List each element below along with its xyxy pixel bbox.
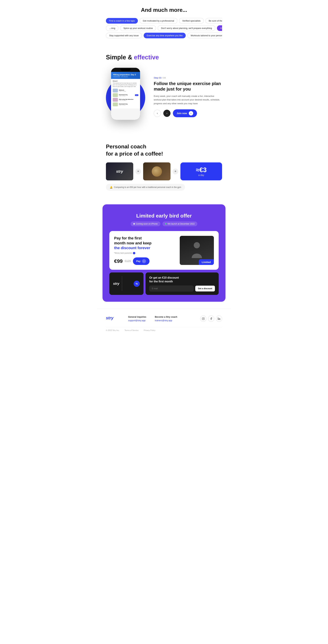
tag-tailored[interactable]: Workouts tailored to your personal prefe… xyxy=(187,33,222,38)
screen-subtitle: 4 Exercises · 35 minutes xyxy=(113,76,138,78)
tag-result[interactable]: Be sure of the result xyxy=(205,18,222,24)
tag-motivated[interactable]: Get motivated by a professional xyxy=(140,18,177,24)
phone-notch xyxy=(120,69,131,71)
gym-image: stry xyxy=(106,162,133,180)
exercise-thumb xyxy=(113,89,118,92)
coach-name: Eduard xyxy=(113,80,138,82)
phone-screen-header: Hiking preparation: Day 3 4 Exercises · … xyxy=(111,72,140,79)
early-bird-title: Limited early bird offer xyxy=(109,213,219,219)
coach-title: Personal coachfor a price of a coffee! xyxy=(106,143,222,157)
launch-badge-date: We launch at December 2022 xyxy=(163,222,197,226)
exercise-info: Downward dog 4 sets · 60 sec xyxy=(119,94,128,96)
tag-verified[interactable]: Verified specialists xyxy=(179,18,204,24)
tag-ning[interactable]: ...ning xyxy=(106,25,118,31)
footer-col-coach-label: Become a Stry coach xyxy=(155,316,177,318)
privacy-policy-link[interactable]: Privacy Policy xyxy=(144,329,155,331)
phone-mockup: Hiking preparation: Day 3 4 Exercises · … xyxy=(111,68,140,120)
pricing-card-heading: Pay for the first month now and keep the… xyxy=(114,236,176,250)
price-result: ≈€3 a day xyxy=(180,162,222,180)
tag-stay-supported[interactable]: Stay supported with any issue xyxy=(106,33,142,38)
footer-col-general-label: General inquiries xyxy=(128,316,146,318)
price-current: €99 xyxy=(114,258,123,264)
tag-row-2: ...ning Spice up your workout routine Do… xyxy=(106,25,222,31)
footer-trainers-email[interactable]: trainers@stry.app xyxy=(155,319,172,322)
exercise-item: Walkouts 4 sets · 12 reps xyxy=(113,89,138,92)
svg-point-3 xyxy=(204,318,204,318)
step-next-button[interactable]: › xyxy=(163,110,170,117)
simple-title: Simple & effective xyxy=(106,54,159,61)
get-discount-button[interactable]: Get a discount xyxy=(195,286,215,292)
launch-badges: Coming soon on iPhone We launch at Decem… xyxy=(109,222,219,226)
step-description: Every week, your coach will manually cre… xyxy=(154,94,222,105)
exercise-info: Side-Lying Hip Abduction 4 sets · 12 rep… xyxy=(119,99,133,101)
price-old: €129 xyxy=(125,260,131,263)
discount-form-heading: Or get an €10 discountfor the first mont… xyxy=(149,276,215,283)
instagram-icon[interactable] xyxy=(200,316,206,322)
launch-badge-iphone: Coming soon on iPhone xyxy=(131,222,161,226)
svg-point-0 xyxy=(194,242,200,248)
phone-screen: Hiking preparation: Day 3 4 Exercises · … xyxy=(111,72,140,120)
price-amount: ≈€3 xyxy=(196,166,206,174)
facebook-icon[interactable] xyxy=(208,316,214,322)
apple-dot xyxy=(133,223,135,224)
simple-section: Simple & effective Hiking preparation: D… xyxy=(97,44,231,134)
ex-detail: 4 sets · 12 reps xyxy=(119,100,133,101)
equals-icon-2: = xyxy=(172,168,178,174)
footer: stry General inquiries support@stry.app … xyxy=(97,308,231,335)
discount-form: Or get an €10 discountfor the first mont… xyxy=(146,272,219,295)
tag-planning[interactable]: Don't worry about planning, we'll prepar… xyxy=(158,25,215,31)
tag-exercise-anytime[interactable]: Exercise any time anywhere you like xyxy=(144,33,186,38)
step-label: Step 03 / 04 xyxy=(154,76,222,79)
tag-find-coach[interactable]: Find a coach in a few taps xyxy=(106,18,138,24)
discount-input-row: Get a discount xyxy=(149,286,215,292)
discount-row: stry % Or get an €10 discountfor the fir… xyxy=(109,272,219,295)
green-dot xyxy=(165,223,166,224)
ex-new-badge: New xyxy=(135,94,138,96)
info-icon: i xyxy=(133,252,135,254)
ex-name: Side-Lying Hip Abduction xyxy=(119,99,133,100)
footer-main: stry General inquiries support@stry.app … xyxy=(106,316,222,322)
step-controls: ‹ › Join now › xyxy=(154,109,222,117)
coffee-swirl-icon xyxy=(152,166,162,176)
screen-title: Hiking preparation: Day 3 xyxy=(113,74,138,76)
ex-name: Downward dog xyxy=(119,103,128,104)
tag-always-know[interactable]: Always know exactly what to do xyxy=(217,25,222,31)
pricing-card: Pay for the first month now and keep the… xyxy=(109,231,219,270)
step-heading: Follow the unique exercise plan made jus… xyxy=(154,81,222,92)
stry-promo: stry % xyxy=(109,272,144,295)
phone-screen-body: Eduard This workout will not only help y… xyxy=(111,79,140,108)
phone-mockup-wrapper: Hiking preparation: Day 3 4 Exercises · … xyxy=(106,68,145,126)
svg-point-2 xyxy=(203,318,204,319)
price-pay-row: €99 €129 Pay › xyxy=(114,258,176,265)
footer-col-coach: Become a Stry coach trainers@stry.app xyxy=(155,316,177,322)
exercise-thumb xyxy=(113,102,118,106)
top-section: And much more... Find a coach in a few t… xyxy=(97,0,231,44)
exercise-info: Walkouts 4 sets · 12 reps xyxy=(119,90,126,92)
tag-spice[interactable]: Spice up your workout routine xyxy=(120,25,156,31)
linkedin-icon[interactable] xyxy=(216,316,222,322)
coffee-image xyxy=(143,162,170,180)
join-arrow-icon: › xyxy=(189,111,193,116)
footer-bottom: © 2022 Stry Inc. Terms of Service Privac… xyxy=(106,327,222,331)
step-prev-button[interactable]: ‹ xyxy=(154,110,161,117)
gym-bg: stry xyxy=(106,162,133,180)
coach-text: This workout will not only help you to a… xyxy=(113,82,138,87)
email-input[interactable] xyxy=(149,286,193,292)
svg-rect-4 xyxy=(218,318,218,320)
join-now-button[interactable]: Join now › xyxy=(173,109,197,117)
bell-icon: 🔔 xyxy=(110,186,113,188)
tag-row-1: Find a coach in a few taps Get motivated… xyxy=(106,18,222,24)
early-bird-section: Limited early bird offer Coming soon on … xyxy=(103,204,225,302)
exercise-item: Side-Lying Hip Abduction 4 sets · 12 rep… xyxy=(113,98,138,102)
equals-icon: = xyxy=(135,168,141,174)
phone-top-bar xyxy=(111,68,140,72)
footer-logo: stry xyxy=(106,316,121,320)
pricing-card-right: Limited xyxy=(180,236,214,265)
svg-rect-1 xyxy=(202,318,204,320)
terms-of-service-link[interactable]: Terms of Service xyxy=(125,329,139,331)
footer-support-email[interactable]: support@stry.app xyxy=(128,319,146,322)
pay-button[interactable]: Pay › xyxy=(133,258,150,265)
pay-arrow-icon: › xyxy=(142,259,146,263)
pricing-card-left: Pay for the first month now and keep the… xyxy=(114,236,176,265)
limited-badge: Limited xyxy=(199,259,214,265)
